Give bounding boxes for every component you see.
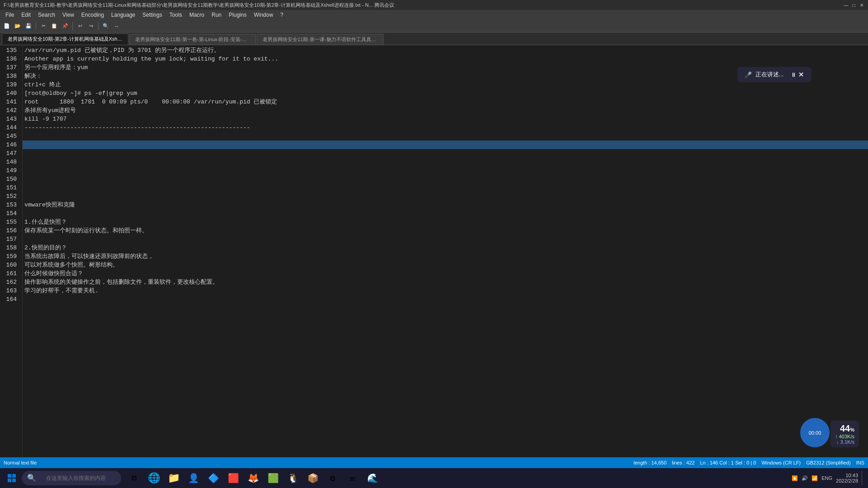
tray-show-desktop[interactable] [862, 471, 864, 485]
svg-rect-0 [8, 474, 11, 478]
code-line-157[interactable] [23, 235, 868, 244]
code-line-136[interactable]: Another app is currently holding the yum… [23, 55, 868, 63]
menu-item-file[interactable]: File [2, 11, 18, 19]
line-number-137: 137 [2, 63, 19, 72]
taskbar-app-blue[interactable]: 🔷 [204, 469, 222, 487]
code-line-140[interactable]: [root@oldboy ~]# ps -ef|grep yum [23, 89, 868, 98]
code-line-149[interactable] [23, 166, 868, 175]
taskbar-app-green[interactable]: 🟩 [264, 469, 282, 487]
taskbar-app-browser[interactable]: 🌊 [363, 469, 382, 487]
code-line-148[interactable] [23, 158, 868, 166]
window-controls[interactable]: — □ ✕ [843, 2, 864, 8]
line-number-155: 155 [2, 218, 19, 226]
code-line-145[interactable] [23, 132, 868, 141]
menu-item-view[interactable]: View [59, 11, 78, 19]
tray-network[interactable]: 📶 [811, 475, 818, 481]
file-type: Normal text file [4, 460, 37, 465]
tray-up-arrow[interactable]: 🔼 [792, 475, 798, 481]
tray-volume[interactable]: 🔊 [802, 475, 808, 481]
tab-2[interactable]: 老男孩网络安全11期-第一卷-第-Linux-阶段-安装-工具连接 .txt [129, 34, 256, 45]
toolbar-save[interactable]: 💾 [24, 21, 33, 31]
start-button[interactable] [4, 470, 20, 486]
toolbar-sep-3 [98, 22, 99, 30]
search-bar[interactable]: 🔍 [22, 471, 121, 485]
toolbar-new[interactable]: 📄 [2, 21, 12, 31]
menu-bar: FileEditSearchViewEncodingLanguageSettin… [0, 10, 868, 20]
menu-item-window[interactable]: Window [250, 11, 277, 19]
code-line-154[interactable] [23, 209, 868, 218]
tab-1[interactable]: 老男孩网络安全10期-第2章-计算机网络基础及Xshell连接连接.txt [2, 33, 128, 45]
line-number-140: 140 [2, 89, 19, 98]
code-line-146[interactable] [23, 141, 868, 149]
taskbar-app-settings[interactable]: ⚙ [324, 469, 342, 487]
taskbar-app-box[interactable]: 📦 [304, 469, 322, 487]
tab-3[interactable]: 老男孩网络安全11期-第一课-魅力不语软件工具真题.txt [257, 34, 383, 45]
taskbar-app-penguin[interactable]: 🐧 [284, 469, 302, 487]
taskbar-app-person[interactable]: 👤 [184, 469, 203, 487]
code-line-162[interactable]: 操作影响系统的关键操作之前，包括删除文件，重装软件，更改核心配置。 [23, 278, 868, 286]
code-line-135[interactable]: /var/run/yum.pid 已被锁定，PID 为 3701 的另一个程序正… [23, 46, 868, 55]
minimize-button[interactable]: — [843, 2, 849, 8]
code-line-142[interactable]: 杀掉所有yum进程号 [23, 106, 868, 115]
download-speed: ↓ 3.1K/s [835, 439, 854, 445]
maximize-button[interactable]: □ [851, 2, 857, 8]
toolbar-paste[interactable]: 📌 [60, 21, 70, 31]
code-line-144[interactable]: ----------------------------------------… [23, 123, 868, 132]
code-line-141[interactable]: root 1880 1701 0 09:09 pts/0 00:00:00 /v… [23, 98, 868, 106]
line-number-138: 138 [2, 72, 19, 80]
toolbar-find[interactable]: 🔍 [101, 21, 111, 31]
code-line-164[interactable] [23, 295, 868, 304]
speaking-controls[interactable]: ⏸ ✕ [791, 71, 804, 78]
tray-language[interactable]: ENG [821, 475, 832, 481]
code-line-159[interactable]: 当系统出故障后，可以快速还原到故障前的状态， [23, 252, 868, 261]
svg-rect-1 [12, 474, 16, 478]
code-line-163[interactable]: 学习的好帮手，不需要关机. [23, 286, 868, 295]
menu-item-tools[interactable]: Tools [166, 11, 186, 19]
taskbar-search-input[interactable] [41, 471, 113, 485]
code-line-156[interactable]: 保存系统某一个时刻的运行状态。和拍照一样。 [23, 226, 868, 235]
menu-item-macro[interactable]: Macro [186, 11, 208, 19]
toolbar-copy[interactable]: 📋 [49, 21, 59, 31]
editor-content[interactable]: /var/run/yum.pid 已被锁定，PID 为 3701 的另一个程序正… [23, 45, 868, 457]
taskbar-app-red[interactable]: 🟥 [224, 469, 242, 487]
close-button[interactable]: ✕ [859, 2, 864, 8]
menu-item-plugins[interactable]: Plugins [225, 11, 250, 19]
code-line-147[interactable] [23, 149, 868, 158]
file-length: length : 14,650 [634, 460, 667, 465]
line-number-146: 146 [2, 141, 19, 149]
code-line-143[interactable]: kill -9 1707 [23, 115, 868, 123]
code-line-152[interactable] [23, 192, 868, 201]
code-line-151[interactable] [23, 183, 868, 192]
toolbar-replace[interactable]: ↔ [112, 21, 122, 31]
taskbar-app-edge[interactable]: 🌐 [145, 469, 163, 487]
timer-widget[interactable]: 00:00 [800, 418, 830, 447]
taskbar-app-explorer[interactable]: 📁 [165, 469, 183, 487]
menu-item-language[interactable]: Language [108, 11, 139, 19]
code-line-153[interactable]: vmware快照和克隆 [23, 201, 868, 209]
menu-item-?[interactable]: ? [277, 11, 287, 19]
toolbar-redo[interactable]: ↪ [86, 21, 96, 31]
menu-item-encoding[interactable]: Encoding [78, 11, 108, 19]
toolbar-open[interactable]: 📂 [13, 21, 23, 31]
menu-item-edit[interactable]: Edit [18, 11, 34, 19]
timer-text: 00:00 [809, 430, 821, 436]
code-line-150[interactable] [23, 175, 868, 183]
status-bar: Normal text file length : 14,650 lines :… [0, 457, 868, 468]
toolbar-undo[interactable]: ↩ [75, 21, 85, 31]
line-number-158: 158 [2, 244, 19, 252]
taskbar-app-orange[interactable]: 🦊 [244, 469, 262, 487]
code-line-155[interactable]: 1.什么是快照？ [23, 218, 868, 226]
taskbar-app-mail[interactable]: ✉ [344, 469, 362, 487]
line-number-164: 164 [2, 295, 19, 304]
menu-item-run[interactable]: Run [208, 11, 225, 19]
menu-item-settings[interactable]: Settings [139, 11, 165, 19]
code-line-160[interactable]: 可以对系统做多个快照。树形结构。 [23, 261, 868, 269]
line-number-135: 135 [2, 46, 19, 55]
code-line-161[interactable]: 什么时候做快照合适？ [23, 269, 868, 278]
toolbar-cut[interactable]: ✂ [38, 21, 48, 31]
menu-item-search[interactable]: Search [34, 11, 59, 19]
line-number-151: 151 [2, 183, 19, 192]
code-line-158[interactable]: 2.快照的目的？ [23, 244, 868, 252]
line-number-161: 161 [2, 269, 19, 278]
taskbar-app-task-view[interactable]: ⧉ [125, 469, 143, 487]
